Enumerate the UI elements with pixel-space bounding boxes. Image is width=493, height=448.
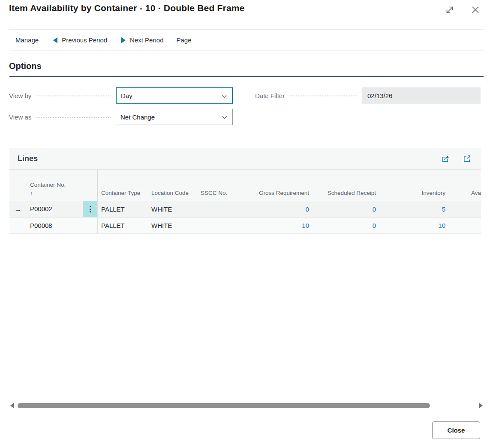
previous-period-icon xyxy=(53,37,57,43)
footer-divider xyxy=(0,411,493,411)
date-filter-field: Date Filter 02/13/26 xyxy=(255,87,481,104)
date-filter-value: 02/13/26 xyxy=(367,92,392,99)
view-by-select[interactable]: Day xyxy=(116,87,233,104)
options-heading: Options xyxy=(9,61,42,71)
container-no-link[interactable]: P00002 xyxy=(30,205,52,213)
view-by-label: View by xyxy=(9,92,31,99)
cell-gross-requirement[interactable]: 10 xyxy=(249,218,313,233)
column-available[interactable]: Availab xyxy=(449,170,481,201)
view-as-field: View as Net Change xyxy=(9,109,233,125)
chevron-down-icon xyxy=(221,114,228,121)
row-arrow-placeholder xyxy=(9,218,27,233)
titlebar: Item Availability by Container - 10 · Do… xyxy=(0,0,493,29)
row-menu-placeholder xyxy=(83,218,98,233)
table-row[interactable]: → P00002 PALLET WHITE 0 0 5 xyxy=(9,201,481,218)
menu-manage[interactable]: Manage xyxy=(15,36,39,44)
item-availability-dialog: Item Availability by Container - 10 · Do… xyxy=(0,0,493,448)
expand-icon[interactable] xyxy=(444,4,455,15)
options-divider xyxy=(9,76,484,77)
menu-manage-label: Manage xyxy=(15,36,39,44)
lines-heading: Lines xyxy=(18,154,38,163)
view-as-select[interactable]: Net Change xyxy=(116,109,233,125)
header-menu-spacer xyxy=(83,170,98,201)
share-icon[interactable] xyxy=(441,154,450,163)
table-row[interactable]: P00008 PALLET WHITE 10 0 10 xyxy=(9,218,481,234)
header-spacer xyxy=(9,170,27,201)
menu-page[interactable]: Page xyxy=(176,36,191,44)
view-as-label: View as xyxy=(9,113,31,121)
cell-available[interactable] xyxy=(449,201,481,217)
sort-ascending-icon: ↑ xyxy=(30,189,33,197)
cell-scheduled-receipt[interactable]: 0 xyxy=(313,201,382,217)
scroll-left-icon[interactable] xyxy=(10,403,14,408)
lines-panel: Lines Container No. ↑ Container Type Loc… xyxy=(9,148,481,400)
dotted-leader xyxy=(36,116,111,118)
menu-previous-period-label: Previous Period xyxy=(62,36,107,44)
row-menu-ellipsis-icon[interactable] xyxy=(83,201,98,217)
cell-inventory[interactable]: 10 xyxy=(382,218,449,233)
next-period-icon xyxy=(121,37,126,43)
cell-inventory[interactable]: 5 xyxy=(382,201,449,217)
column-inventory[interactable]: Inventory xyxy=(382,170,449,201)
cell-sscc-no[interactable] xyxy=(197,201,249,217)
cell-container-no[interactable]: P00002 xyxy=(27,201,83,217)
column-gross-requirement[interactable]: Gross Requirement xyxy=(249,170,313,201)
dotted-leader xyxy=(36,95,111,96)
cell-location-code[interactable]: WHITE xyxy=(148,218,197,233)
view-as-value: Net Change xyxy=(116,113,155,121)
scroll-right-icon[interactable] xyxy=(479,403,483,408)
column-location-code[interactable]: Location Code xyxy=(148,170,197,201)
ellipsis-dots xyxy=(90,206,91,212)
current-row-arrow-icon: → xyxy=(9,201,27,217)
cell-location-code[interactable]: WHITE xyxy=(148,201,197,217)
menu-next-period-label: Next Period xyxy=(130,36,163,44)
menu-next-period[interactable]: Next Period xyxy=(121,36,163,44)
lines-panel-actions xyxy=(441,154,472,163)
menu-page-label: Page xyxy=(176,36,191,44)
cell-container-no[interactable]: P00008 xyxy=(27,218,83,233)
column-scheduled-receipt[interactable]: Scheduled Receipt xyxy=(313,170,382,201)
horizontal-scrollbar xyxy=(10,401,483,410)
column-container-type[interactable]: Container Type xyxy=(98,170,148,201)
column-sscc-no[interactable]: SSCC No. xyxy=(197,170,249,201)
cell-container-type[interactable]: PALLET xyxy=(98,218,148,233)
cell-gross-requirement[interactable]: 0 xyxy=(249,201,313,217)
close-button[interactable]: Close xyxy=(432,421,480,439)
column-container-no-label: Container No. xyxy=(30,181,66,189)
view-by-field: View by Day xyxy=(9,87,233,104)
date-filter-label: Date Filter xyxy=(255,92,285,99)
column-container-no[interactable]: Container No. ↑ xyxy=(27,170,83,201)
close-icon[interactable] xyxy=(470,4,481,15)
menu-previous-period[interactable]: Previous Period xyxy=(53,36,107,44)
date-filter-input[interactable]: 02/13/26 xyxy=(362,87,481,104)
cell-sscc-no[interactable] xyxy=(197,218,249,233)
cell-available[interactable] xyxy=(449,218,481,233)
view-by-value: Day xyxy=(117,92,132,99)
scrollbar-thumb[interactable] xyxy=(18,403,430,408)
lines-table-header: Container No. ↑ Container Type Location … xyxy=(9,169,481,201)
cell-scheduled-receipt[interactable]: 0 xyxy=(313,218,382,233)
lines-panel-header: Lines xyxy=(9,148,481,169)
open-in-new-window-icon[interactable] xyxy=(463,154,472,163)
page-title: Item Availability by Container - 10 · Do… xyxy=(9,3,245,13)
chevron-down-icon xyxy=(221,93,228,100)
cell-container-type[interactable]: PALLET xyxy=(98,201,148,217)
container-no-text[interactable]: P00008 xyxy=(30,222,52,229)
dotted-leader xyxy=(290,95,357,96)
action-menubar: Manage Previous Period Next Period Page xyxy=(9,29,484,51)
